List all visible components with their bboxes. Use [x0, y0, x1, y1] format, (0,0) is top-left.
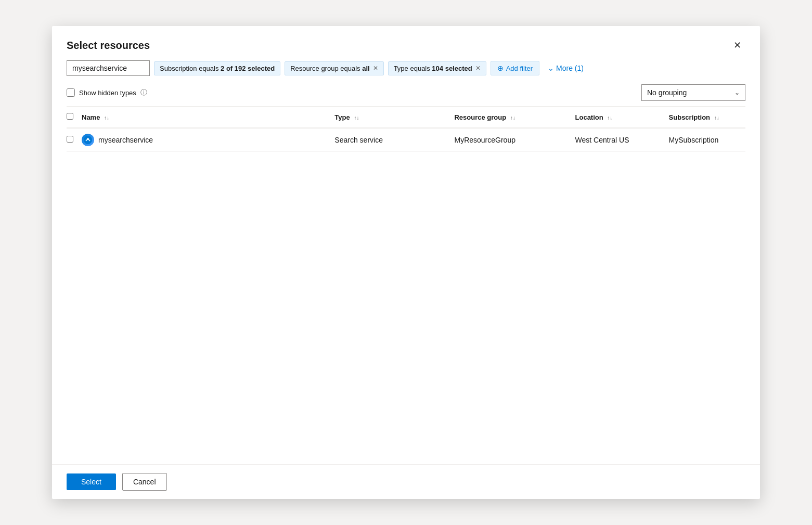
- add-filter-icon: ⊕: [497, 64, 504, 72]
- filter-chip-resource-group-text: Resource group equals all: [290, 65, 370, 72]
- row-checkbox-cell: [67, 128, 78, 152]
- col-header-subscription[interactable]: Subscription ↑↓: [665, 107, 745, 128]
- show-hidden-label[interactable]: Show hidden types ⓘ: [67, 88, 147, 97]
- grouping-select[interactable]: No grouping Resource group Location Type…: [642, 85, 745, 100]
- row-resource-group-cell: MyResourceGroup: [450, 128, 571, 152]
- filter-chip-type[interactable]: Type equals 104 selected ✕: [388, 61, 486, 75]
- col-header-type[interactable]: Type ↑↓: [330, 107, 450, 128]
- row-type: Search service: [334, 136, 383, 144]
- filter-chip-type-close[interactable]: ✕: [475, 65, 481, 71]
- col-header-name[interactable]: Name ↑↓: [78, 107, 330, 128]
- grouping-dropdown-wrapper: No grouping Resource group Location Type…: [641, 84, 745, 101]
- filter-chip-subscription[interactable]: Subscription equals 2 of 192 selected: [154, 61, 280, 75]
- row-name: mysearchservice: [98, 136, 153, 144]
- filter-chip-resource-group[interactable]: Resource group equals all ✕: [285, 61, 384, 75]
- cancel-button[interactable]: Cancel: [122, 473, 167, 491]
- toolbar: Subscription equals 2 of 192 selected Re…: [52, 60, 760, 82]
- close-button[interactable]: ✕: [729, 39, 745, 52]
- row-location-cell: West Central US: [571, 128, 665, 152]
- filter-chip-resource-group-close[interactable]: ✕: [373, 65, 378, 71]
- options-bar: Show hidden types ⓘ No grouping Resource…: [52, 82, 760, 106]
- row-checkbox[interactable]: [67, 136, 73, 143]
- row-type-cell: Search service: [330, 128, 450, 152]
- search-input[interactable]: [67, 60, 150, 76]
- table-body: mysearchservice Search service MyResourc…: [67, 128, 745, 152]
- row-subscription-cell: MySubscription: [665, 128, 745, 152]
- subscription-sort-icon: ↑↓: [714, 116, 719, 120]
- dialog-footer: Select Cancel: [52, 464, 760, 499]
- table-header: Name ↑↓ Type ↑↓ Resource group ↑↓ Locati…: [67, 107, 745, 128]
- show-hidden-text: Show hidden types: [79, 89, 136, 97]
- table-row[interactable]: mysearchservice Search service MyResourc…: [67, 128, 745, 152]
- row-resource-group: MyResourceGroup: [454, 136, 515, 144]
- more-button[interactable]: ⌄ More (1): [544, 61, 588, 75]
- col-header-checkbox: [67, 107, 78, 128]
- location-sort-icon: ↑↓: [607, 116, 612, 120]
- name-sort-icon: ↑↓: [104, 116, 109, 120]
- show-hidden-checkbox[interactable]: [67, 88, 75, 97]
- resource-group-sort-icon: ↑↓: [510, 116, 515, 120]
- filter-chip-subscription-text: Subscription equals 2 of 192 selected: [160, 65, 275, 72]
- info-icon: ⓘ: [140, 88, 147, 97]
- chevron-down-icon: ⌄: [548, 64, 554, 72]
- resources-table: Name ↑↓ Type ↑↓ Resource group ↑↓ Locati…: [67, 107, 745, 152]
- add-filter-label: Add filter: [506, 65, 533, 72]
- col-header-location[interactable]: Location ↑↓: [571, 107, 665, 128]
- dialog-header: Select resources ✕: [52, 26, 760, 60]
- col-header-resource-group[interactable]: Resource group ↑↓: [450, 107, 571, 128]
- svg-point-1: [87, 138, 89, 140]
- row-location: West Central US: [575, 136, 629, 144]
- filter-chip-type-text: Type equals 104 selected: [394, 65, 472, 72]
- row-subscription: MySubscription: [669, 136, 719, 144]
- add-filter-button[interactable]: ⊕ Add filter: [491, 61, 539, 75]
- dialog-title: Select resources: [67, 40, 150, 52]
- type-sort-icon: ↑↓: [354, 116, 359, 120]
- select-resources-dialog: Select resources ✕ Subscription equals 2…: [52, 26, 760, 499]
- select-all-checkbox[interactable]: [67, 113, 73, 120]
- select-button[interactable]: Select: [67, 473, 116, 490]
- table-container: Name ↑↓ Type ↑↓ Resource group ↑↓ Locati…: [52, 107, 760, 464]
- more-label: More (1): [556, 64, 584, 72]
- resource-icon: [82, 134, 94, 146]
- row-name-cell: mysearchservice: [78, 128, 330, 152]
